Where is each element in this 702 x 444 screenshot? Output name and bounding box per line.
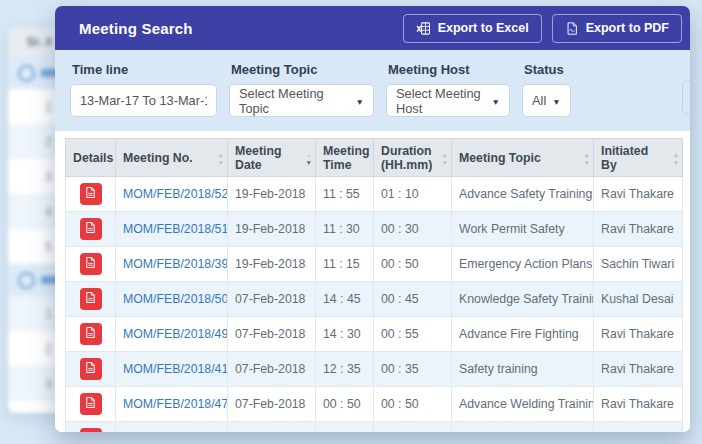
duration-cell: 00 : 30 [374, 212, 452, 247]
meeting-no-link[interactable]: MOM/FEB/2018/49 [123, 327, 228, 341]
pdf-file-icon [84, 291, 97, 307]
chevron-down-icon [492, 93, 500, 108]
pdf-file-icon [84, 361, 97, 377]
sort-icon[interactable] [442, 150, 448, 166]
sort-icon[interactable] [673, 150, 679, 166]
meeting-date-cell: 19-Feb-2018 [228, 212, 316, 247]
table-row: MOM/FEB/2018/50 07-Feb-2018 14 : 45 00 :… [66, 282, 683, 317]
meeting-no-link[interactable]: MOM/FEB/2018/50 [123, 292, 228, 306]
filter-group: Meeting Topic Select Meeting Topic [229, 60, 374, 117]
meeting-time-cell: 11 : 15 [316, 247, 374, 282]
table-row: MOM/FEB/2018/49 07-Feb-2018 14 : 30 00 :… [66, 317, 683, 352]
meeting-no-link[interactable]: MOM/FEB/2018/39 [123, 257, 228, 271]
details-pdf-button[interactable] [80, 218, 102, 240]
sort-icon[interactable] [306, 150, 312, 166]
sort-icon[interactable] [218, 150, 224, 166]
meeting-host-select[interactable]: Select Meeting Host [386, 84, 510, 117]
meeting-time-cell: 12 : 35 [316, 352, 374, 387]
export-pdf-button[interactable]: Export to PDF [552, 14, 682, 43]
selected-value: Select Meeting Topic [239, 86, 350, 116]
filter-group: Time line [70, 60, 217, 117]
column-header-initiated-by[interactable]: Initiated By [594, 139, 683, 177]
meeting-topic-cell: Advance Fire Fighting [452, 317, 594, 352]
export-pdf-label: Export to PDF [586, 21, 669, 35]
column-header-meeting-date[interactable]: Meeting Date [228, 139, 316, 177]
meeting-time-cell: 11 : 30 [316, 212, 374, 247]
collapse-icon [18, 272, 35, 289]
details-pdf-button[interactable] [80, 183, 102, 205]
pdf-file-icon [84, 186, 97, 202]
modal-header: Meeting Search Export to Excel [55, 6, 690, 50]
filter-label: Time line [72, 62, 217, 77]
meeting-date-cell: 07-Feb-2018 [228, 317, 316, 352]
meeting-topic-cell: Emergency Action Plans [452, 247, 594, 282]
column-header-meeting-topic[interactable]: Meeting Topic [452, 139, 594, 177]
details-pdf-button[interactable] [80, 323, 102, 345]
duration-cell: 00 : 45 [374, 282, 452, 317]
meeting-no-link[interactable]: MOM/FEB/2018/52 [123, 187, 228, 201]
details-pdf-button[interactable] [80, 288, 102, 310]
table-row: MOM/FEB/2018/41 07-Feb-2018 12 : 35 00 :… [66, 352, 683, 387]
filters-bar: Time line Meeting Topic Select Meeting T… [55, 50, 690, 131]
timeline-input[interactable] [70, 84, 217, 117]
initiated-by-cell: Kushal Desai [594, 282, 683, 317]
meeting-no-link[interactable]: MOM/FEB/2018/51 [123, 222, 228, 236]
clipped-control [682, 80, 690, 115]
meeting-time-cell: 14 : 30 [316, 317, 374, 352]
column-header-meeting-time[interactable]: Meeting Time [316, 139, 374, 177]
table-row: MOM/FEB/2018/39 19-Feb-2018 11 : 15 00 :… [66, 247, 683, 282]
meeting-topic-cell: Work Permit Safety [452, 212, 594, 247]
details-pdf-button[interactable] [80, 393, 102, 415]
export-excel-button[interactable]: Export to Excel [403, 14, 542, 43]
column-header-meeting-no[interactable]: Meeting No. [116, 139, 228, 177]
meeting-no-link[interactable]: MOM/FEB/2018/47 [123, 397, 228, 411]
details-pdf-button[interactable] [80, 253, 102, 275]
duration-cell: 01 : 10 [374, 177, 452, 212]
selected-value: All [532, 93, 546, 108]
collapse-icon [18, 65, 35, 82]
header-actions: Export to Excel Export to PDF [403, 14, 682, 43]
meeting-no-link[interactable]: MOM/FEB/2018/41 [123, 362, 228, 376]
filter-label: Meeting Host [388, 62, 510, 77]
initiated-by-cell: Ravi Thakare [594, 352, 683, 387]
meeting-date-cell: 07-Feb-2018 [228, 352, 316, 387]
duration-cell: 00 : 35 [374, 352, 452, 387]
filter-group: Meeting Host Select Meeting Host [386, 60, 510, 117]
meeting-date-cell: 19-Feb-2018 [228, 247, 316, 282]
filter-label: Meeting Topic [231, 62, 374, 77]
column-header-duration-hh-mm[interactable]: Duration (HH.mm) [374, 139, 452, 177]
meeting-time-cell: 11 : 55 [316, 177, 374, 212]
pdf-file-icon [84, 396, 97, 412]
filter-group: Status All [522, 60, 571, 117]
meeting-topic-cell: Advance Safety Training [452, 177, 594, 212]
status-select[interactable]: All [522, 84, 571, 117]
modal-title: Meeting Search [79, 20, 193, 37]
pdf-icon [565, 21, 579, 36]
details-pdf-button[interactable] [80, 358, 102, 380]
duration-cell: 00 : 50 [374, 387, 452, 422]
sort-icon[interactable] [584, 150, 590, 166]
table-row: MOM/FEB/2018/47 07-Feb-2018 00 : 50 00 :… [66, 387, 683, 422]
meeting-topic-cell: Safety training [452, 352, 594, 387]
meeting-time-cell: 14 : 45 [316, 282, 374, 317]
meeting-date-cell: 07-Feb-2018 [228, 282, 316, 317]
meetings-table: Details Meeting No. Meeting Date Meeting… [65, 138, 683, 432]
initiated-by-cell: Sachin Tiwari [594, 247, 683, 282]
meeting-time-cell: 00 : 50 [316, 387, 374, 422]
table-row: MOM/FEB/2018/51 19-Feb-2018 11 : 30 00 :… [66, 212, 683, 247]
meeting-date-cell: 07-Feb-2018 [228, 387, 316, 422]
column-header-details[interactable]: Details [66, 139, 116, 177]
meeting-time-cell: 19 : 02 [316, 422, 374, 433]
meeting-topic-select[interactable]: Select Meeting Topic [229, 84, 374, 117]
duration-cell: 00 : 50 [374, 247, 452, 282]
initiated-by-cell: Ravi Thakare [594, 317, 683, 352]
meeting-topic-cell: Advance Welding Training [452, 387, 594, 422]
table-row: MOM/FEB/2018/52 19-Feb-2018 11 : 55 01 :… [66, 177, 683, 212]
initiated-by-cell: Ravi Thakare [594, 387, 683, 422]
pdf-file-icon [84, 221, 97, 237]
details-pdf-button[interactable] [80, 428, 102, 432]
pdf-file-icon [84, 326, 97, 342]
excel-icon [416, 21, 431, 36]
meeting-date-cell: 19-Feb-2018 [228, 177, 316, 212]
meeting-search-modal: Meeting Search Export to Excel [55, 6, 690, 432]
